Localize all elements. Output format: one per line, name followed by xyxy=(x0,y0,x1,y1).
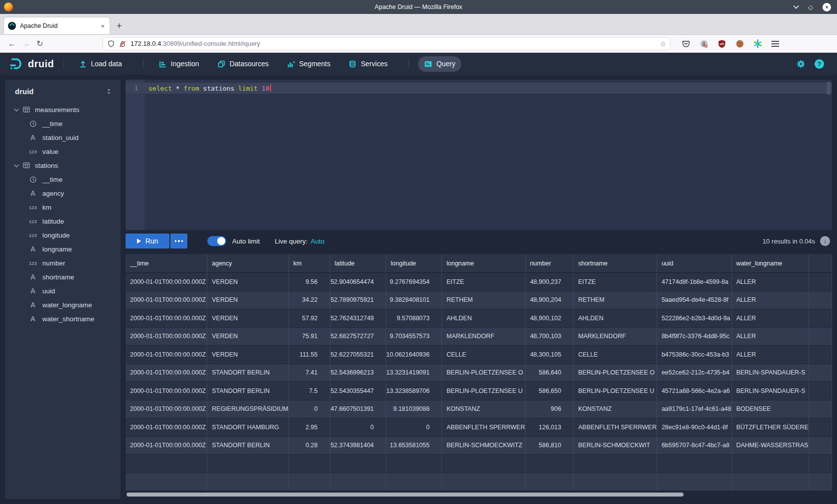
table-cell[interactable]: 9.3828408101 xyxy=(386,291,442,310)
nav-item-datasources[interactable]: Datasources xyxy=(211,56,275,72)
extension-icon[interactable] xyxy=(699,39,708,48)
tree-column-km[interactable]: 123km xyxy=(5,200,121,214)
tree-column-value[interactable]: 123value xyxy=(5,144,121,158)
reload-icon[interactable]: ↻ xyxy=(33,39,47,48)
bookmark-star-icon[interactable]: ☆ xyxy=(660,40,666,48)
table-cell[interactable]: 52.9040654474 xyxy=(330,273,387,291)
tree-column-uuid[interactable]: Auuid xyxy=(5,284,121,298)
table-cell[interactable]: 48,900,102 xyxy=(526,309,574,328)
table-cell[interactable]: 6b595707-8c47-4bc7-a8 xyxy=(657,437,732,455)
table-cell[interactable]: 2000-01-01T00:00:00.000Z xyxy=(126,437,207,455)
table-cell[interactable]: 47174d8f-1b8e-4599-8a xyxy=(657,273,732,291)
table-cell[interactable]: 2000-01-01T00:00:00.000Z xyxy=(126,382,207,400)
table-cell[interactable] xyxy=(809,400,832,419)
table-cell[interactable]: VERDEN xyxy=(207,328,289,346)
column-header-number[interactable]: number xyxy=(526,254,574,273)
table-cell[interactable]: CELLE xyxy=(573,346,657,364)
tree-column-number[interactable]: 123number xyxy=(5,256,121,270)
table-cell[interactable]: 8b4f9f7c-3376-4dd8-95c xyxy=(657,328,732,346)
table-cell[interactable]: 52.7624312749 xyxy=(330,309,387,328)
table-cell[interactable]: BERLIN-PLOETZENSEE U xyxy=(442,382,525,400)
tree-column-longname[interactable]: Alongname xyxy=(5,242,121,256)
ublock-icon[interactable]: uO xyxy=(717,39,726,48)
table-cell[interactable]: 9.7034557573 xyxy=(386,328,442,346)
table-cell[interactable]: VERDEN xyxy=(207,273,289,291)
table-cell[interactable]: 2.95 xyxy=(289,418,330,437)
browser-tab[interactable]: Apache Druid × xyxy=(4,17,110,34)
table-cell[interactable]: 47.6607501391 xyxy=(330,400,387,419)
lock-disabled-icon[interactable] xyxy=(119,40,127,48)
auto-limit-toggle[interactable] xyxy=(207,236,226,246)
table-cell[interactable]: STANDORT BERLIN xyxy=(207,382,289,400)
table-cell[interactable]: KONSTANZ xyxy=(573,400,657,419)
table-cell[interactable]: BERLIN-PLOETZENSEE O xyxy=(442,364,525,382)
table-cell[interactable] xyxy=(809,364,832,382)
table-cell[interactable]: 2000-01-01T00:00:00.000Z xyxy=(126,346,207,364)
table-cell[interactable]: 2000-01-01T00:00:00.000Z xyxy=(126,418,207,437)
window-maximize-button[interactable]: ◇ xyxy=(807,3,815,11)
table-cell[interactable] xyxy=(809,418,832,437)
editor-scrollbar[interactable] xyxy=(827,82,831,95)
table-cell[interactable]: 48,900,204 xyxy=(526,291,574,310)
nav-item-services[interactable]: Services xyxy=(342,56,394,72)
chevron-down-icon[interactable] xyxy=(14,162,19,167)
extension-asterisk-icon[interactable] xyxy=(753,39,762,48)
tree-column-__time[interactable]: __time xyxy=(5,172,121,186)
table-cell[interactable]: 0 xyxy=(386,418,442,437)
back-icon[interactable]: ← xyxy=(5,39,19,48)
table-cell[interactable]: STANDORT BERLIN xyxy=(207,364,289,382)
url-bar[interactable]: 172.18.0.4 :30899/unified-console.html#q… xyxy=(103,37,671,50)
table-cell[interactable] xyxy=(809,291,832,310)
table-cell[interactable]: BODENSEE xyxy=(732,400,809,419)
table-cell[interactable]: 9.56 xyxy=(289,273,330,291)
table-cell[interactable]: 75.91 xyxy=(289,328,330,346)
table-cell[interactable]: 906 xyxy=(526,400,574,419)
table-cell[interactable] xyxy=(809,309,832,328)
table-cell[interactable]: ABBENFLETH SPERRWER xyxy=(573,418,657,437)
table-cell[interactable]: BERLIN-PLOETZENSEE O xyxy=(573,364,657,382)
table-cell[interactable]: BERLIN-SPANDAUER-S xyxy=(732,364,809,382)
table-cell[interactable]: VERDEN xyxy=(207,346,289,364)
table-cell[interactable]: VERDEN xyxy=(207,291,289,310)
table-cell[interactable]: VERDEN xyxy=(207,309,289,328)
table-cell[interactable]: STANDORT BERLIN xyxy=(207,437,289,455)
tree-table-stations[interactable]: stations xyxy=(5,158,121,172)
table-cell[interactable]: 7.5 xyxy=(289,382,330,400)
table-cell[interactable]: ALLER xyxy=(732,273,809,291)
table-cell[interactable]: 13.3231419091 xyxy=(386,364,442,382)
table-cell[interactable]: ALLER xyxy=(732,328,809,346)
table-cell[interactable]: 52.3743981404 xyxy=(330,437,387,455)
table-cell[interactable]: 522286e2-b2b3-4d0d-9a xyxy=(657,309,732,328)
table-cell[interactable]: aa9179c1-17ef-4c61-a48 xyxy=(657,400,732,419)
nav-item-segments[interactable]: Segments xyxy=(280,56,336,72)
tree-column-station_uuid[interactable]: Astation_uuid xyxy=(5,130,121,144)
table-cell[interactable]: 48,700,103 xyxy=(526,328,574,346)
table-cell[interactable]: 0 xyxy=(289,400,330,419)
tree-column-longitude[interactable]: 123longitude xyxy=(5,228,121,242)
table-cell[interactable]: REGIERUNGSPRÄSIDIUM xyxy=(207,400,289,419)
table-cell[interactable]: DAHME-WASSERSTRAS xyxy=(732,437,809,455)
column-header-km[interactable]: km xyxy=(289,254,330,273)
window-minimize-button[interactable] xyxy=(793,3,799,8)
table-cell[interactable]: 28ec91e8-90c0-44d1-8f xyxy=(657,418,732,437)
tree-table-measurements[interactable]: measurements xyxy=(5,103,121,117)
column-header-uuid[interactable]: uuid xyxy=(657,254,732,273)
tree-column-water_shortname[interactable]: Awater_shortname xyxy=(5,312,121,326)
table-cell[interactable]: 2000-01-01T00:00:00.000Z xyxy=(126,328,207,346)
table-cell[interactable]: RETHEM xyxy=(442,291,525,310)
nav-item-load-data[interactable]: Load data xyxy=(73,56,128,72)
table-cell[interactable]: BERLIN-PLOETZENSEE U xyxy=(573,382,657,400)
nav-item-ingestion[interactable]: Ingestion xyxy=(152,56,205,72)
table-cell[interactable]: 9.2767694354 xyxy=(386,273,442,291)
column-header-agency[interactable]: agency xyxy=(207,254,289,273)
query-editor[interactable]: 1 select * from stations limit 10 xyxy=(126,80,832,230)
table-cell[interactable]: RETHEM xyxy=(573,291,657,310)
run-button[interactable]: Run xyxy=(126,234,169,249)
column-header-latitude[interactable]: latitude xyxy=(330,254,387,273)
table-cell[interactable]: 5aaed954-de4e-4528-8f xyxy=(657,291,732,310)
column-header-__time[interactable]: __time xyxy=(126,254,207,273)
sql-text[interactable]: select * from stations limit 10 xyxy=(144,84,271,92)
nav-item-query[interactable]: Query xyxy=(418,56,461,72)
table-cell[interactable]: STANDORT HAMBURG xyxy=(207,418,289,437)
shield-icon[interactable] xyxy=(107,40,115,48)
